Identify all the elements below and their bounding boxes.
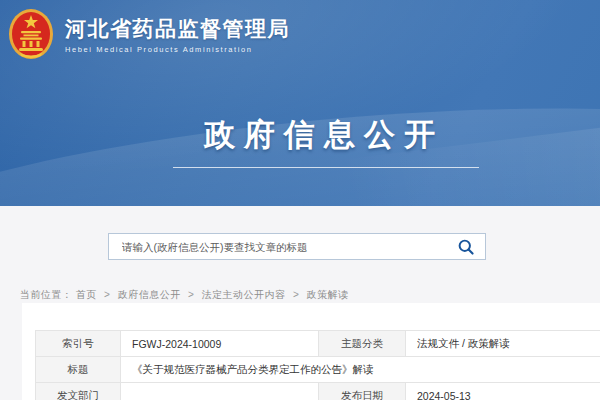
doc-title-label: 标题 [36,357,121,383]
breadcrumb-separator: > [293,289,299,300]
table-row: 索引号 FGWJ-2024-10009 主题分类 法规文件 / 政策解读 [36,331,600,357]
doc-topic-value: 法规文件 / 政策解读 [406,331,600,357]
doc-info-table: 索引号 FGWJ-2024-10009 主题分类 法规文件 / 政策解读 标题 … [35,330,600,400]
table-row: 发文部门 发布日期 2024-05-13 [36,383,600,400]
breadcrumb-separator: > [188,289,194,300]
national-emblem-icon [8,7,54,63]
search-button[interactable] [447,234,485,259]
breadcrumb-item-statutory-disclosure[interactable]: 法定主动公开内容 [202,289,286,300]
doc-index-value: FGWJ-2024-10009 [121,331,319,357]
org-name-en: Hebei Medical Products Administration [65,45,290,54]
table-row: 标题 《关于规范医疗器械产品分类界定工作的公告》解读 [36,357,600,383]
breadcrumb-item-policy-interpretation[interactable]: 政策解读 [307,289,349,300]
breadcrumb-item-home[interactable]: 首页 [76,289,97,300]
doc-issuing-dept-value [121,383,319,400]
org-name: 河北省药品监督管理局 Hebei Medical Products Admini… [65,16,290,54]
breadcrumb-item-gov-info[interactable]: 政府信息公开 [118,289,181,300]
breadcrumb-label: 当前位置： [20,289,73,300]
doc-issuing-dept-label: 发文部门 [36,383,121,400]
search-box [108,233,486,260]
page: 河北省药品监督管理局 Hebei Medical Products Admini… [0,0,600,400]
search-icon [457,238,475,256]
doc-title-value: 《关于规范医疗器械产品分类界定工作的公告》解读 [121,357,600,383]
breadcrumb: 当前位置： 首页 > 政府信息公开 > 法定主动公开内容 > 政策解读 [20,288,349,302]
breadcrumb-separator: > [104,289,110,300]
site-logo[interactable]: 河北省药品监督管理局 Hebei Medical Products Admini… [8,7,290,63]
doc-publish-date-label: 发布日期 [319,383,406,400]
page-title-underline [173,167,479,168]
doc-topic-label: 主题分类 [319,331,406,357]
doc-index-label: 索引号 [36,331,121,357]
page-body: 当前位置： 首页 > 政府信息公开 > 法定主动公开内容 > 政策解读 索引号 … [0,206,600,400]
org-name-zh: 河北省药品监督管理局 [65,16,290,42]
search-input[interactable] [109,234,447,259]
banner: 河北省药品监督管理局 Hebei Medical Products Admini… [0,0,600,206]
doc-publish-date-value: 2024-05-13 [406,383,600,400]
page-title: 政府信息公开 [24,114,600,156]
